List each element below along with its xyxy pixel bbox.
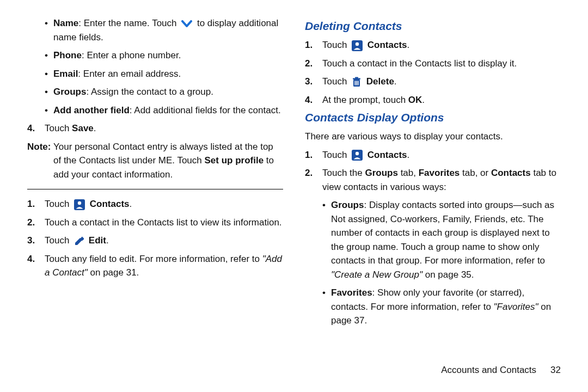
view-groups: Groups: Display contacts sorted into gro… [322, 198, 561, 281]
post: . [94, 123, 96, 133]
step-number: 4. [27, 252, 35, 266]
edit-icon [74, 236, 84, 246]
post: on page 31. [88, 267, 139, 278]
t: tab, or [460, 168, 491, 178]
divider [27, 189, 283, 189]
page-body: Name: Enter the name. Touch to display a… [0, 0, 588, 332]
delete-step-4: 4. At the prompt, touch OK. [305, 93, 561, 107]
footer-section: Accounts and Contacts [441, 365, 536, 375]
b2: Favorites [419, 168, 460, 178]
step-number: 3. [305, 75, 313, 89]
step-number: 2. [27, 216, 35, 230]
text: : Enter the name. Touch [78, 18, 179, 28]
t: Touch the [322, 168, 365, 178]
t: tab, [398, 168, 419, 178]
label: Add another field [53, 105, 130, 115]
note-block: Note: Your personal Contact entry is alw… [27, 140, 283, 182]
step-number: 1. [27, 197, 35, 211]
label: Email [53, 69, 78, 79]
field-list: Name: Enter the name. Touch to display a… [45, 16, 283, 117]
pre: At the prompt, touch [322, 95, 408, 105]
text: : Display contacts sorted into groups—su… [331, 200, 554, 266]
step-number: 2. [305, 57, 313, 71]
chevron-down-icon [181, 20, 192, 28]
display-intro: There are various ways to display your c… [305, 130, 561, 144]
save-step-list: 4. Touch Save. [27, 121, 283, 136]
bold: OK [408, 95, 422, 105]
delete-step-1: 1. Touch Contacts. [305, 38, 561, 52]
pre: Touch [322, 150, 350, 160]
heading-display-options: Contacts Display Options [305, 111, 561, 124]
post: . [106, 235, 109, 246]
heading-deleting: Deleting Contacts [305, 20, 561, 33]
svg-point-12 [356, 152, 359, 155]
pre: Touch [322, 40, 350, 50]
delete-step-3: 3. Touch Delete. [305, 75, 561, 89]
note-label: Note: [27, 140, 51, 154]
svg-rect-7 [355, 77, 358, 78]
pre: Touch [322, 76, 350, 87]
delete-step-2: 2. Touch a contact in the Contacts list … [305, 57, 561, 71]
edit-step-1: 1. Touch Contacts. [27, 197, 283, 211]
step-number: 4. [27, 121, 35, 136]
tail: on page 35. [422, 270, 474, 280]
ref-italic: "Favorites" [494, 302, 538, 312]
display-steps: 1. Touch Contacts. 2. Touch the Groups t… [305, 148, 561, 194]
view-options-list: Groups: Display contacts sorted into gro… [322, 198, 561, 328]
label: Groups [331, 200, 364, 210]
text: Touch a contact in the Contacts list to … [45, 217, 282, 228]
ref-italic: "Create a New Group" [331, 270, 422, 280]
post: . [407, 150, 410, 160]
step-number: 3. [27, 234, 35, 248]
svg-rect-10 [358, 81, 359, 85]
step-number: 2. [305, 166, 313, 180]
delete-steps: 1. Touch Contacts. 2. Touch a contact in… [305, 38, 561, 107]
edit-step-2: 2. Touch a contact in the Contacts list … [27, 216, 283, 230]
svg-rect-8 [355, 81, 356, 85]
bold: Contacts [90, 199, 130, 209]
field-groups: Groups: Assign the contact to a group. [45, 85, 283, 99]
label: Phone [53, 50, 82, 60]
svg-rect-9 [356, 81, 357, 85]
right-column: Deleting Contacts 1. Touch Contacts. 2. … [305, 16, 561, 332]
bold: Save [72, 123, 94, 133]
b3: Contacts [491, 168, 531, 178]
view-favorites: Favorites: Show only your favorite (or s… [322, 286, 561, 328]
svg-point-1 [78, 201, 81, 204]
bold: Delete [366, 76, 394, 87]
footer-page-number: 32 [550, 365, 561, 375]
edit-steps: 1. Touch Contacts. 2. Touch a contact in… [27, 197, 283, 280]
text: : Assign the contact to a group. [86, 87, 213, 97]
post: . [394, 76, 397, 87]
pre: Touch [45, 199, 72, 209]
bold: Edit [89, 235, 106, 246]
label: Name [53, 18, 78, 28]
page-footer: Accounts and Contacts32 [441, 365, 561, 376]
pre: Touch [45, 235, 72, 246]
svg-point-4 [356, 42, 359, 45]
trash-icon [352, 77, 362, 88]
contacts-icon [74, 199, 85, 210]
pre: Touch any field to edit. For more inform… [45, 254, 262, 264]
step-number: 4. [305, 93, 313, 107]
step-save: 4. Touch Save. [27, 121, 283, 136]
contacts-icon [352, 150, 363, 161]
step-number: 1. [305, 148, 313, 162]
step-number: 1. [305, 38, 313, 52]
note-bold: Set up profile [205, 155, 264, 166]
text: : Enter a phone number. [82, 50, 181, 60]
edit-step-4: 4. Touch any field to edit. For more inf… [27, 252, 283, 280]
field-name: Name: Enter the name. Touch to display a… [45, 16, 283, 44]
bold: Contacts [367, 150, 407, 160]
post: . [407, 40, 410, 50]
edit-step-3: 3. Touch Edit. [27, 234, 283, 248]
text: : Enter an email address. [78, 69, 181, 79]
post: . [130, 199, 132, 209]
post: . [422, 95, 425, 105]
display-step-1: 1. Touch Contacts. [305, 148, 561, 162]
text: : Add additional fields for the contact. [130, 105, 281, 115]
pre: Touch [45, 123, 72, 133]
field-email: Email: Enter an email address. [45, 67, 283, 81]
contacts-icon [352, 40, 363, 51]
left-column: Name: Enter the name. Touch to display a… [27, 16, 283, 332]
